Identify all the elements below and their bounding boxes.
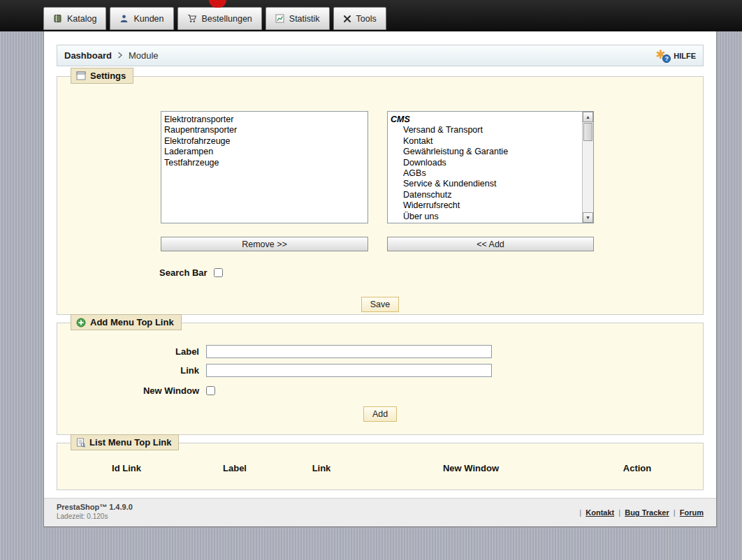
settings-panel: Settings Elektrotransporter Raupentransp… xyxy=(57,76,704,315)
list-item[interactable]: Service & Kundendienst xyxy=(388,179,582,189)
new-window-label: New Window xyxy=(57,385,206,396)
list-item[interactable]: Testfahrzeuge xyxy=(161,158,368,168)
list-item[interactable]: Downloads xyxy=(388,158,582,168)
breadcrumb-current: Module xyxy=(129,50,159,61)
list-item[interactable]: Widerrufsrecht xyxy=(388,200,582,211)
scrollbar: ▲ ▼ xyxy=(582,112,593,223)
tab-label: Statistik xyxy=(289,14,320,24)
list-item[interactable]: Gewährleistung & Garantie xyxy=(388,147,582,157)
list-item[interactable]: Datenschutz xyxy=(388,190,582,200)
list-item[interactable]: Raupentransporter xyxy=(161,125,368,135)
chart-icon xyxy=(275,14,284,23)
list-menu-legend: List Menu Top Link xyxy=(71,434,179,450)
tab-label: Katalog xyxy=(67,14,96,24)
list-item[interactable]: Versand & Transport xyxy=(388,125,582,135)
page-footer: PrestaShop™ 1.4.9.0 Ladezeit: 0.120s | K… xyxy=(44,498,716,526)
label-input[interactable] xyxy=(206,345,492,358)
add-menu-top-link-panel: Add Menu Top Link Label Link New Window … xyxy=(57,323,704,435)
tools-icon xyxy=(343,15,351,23)
scroll-down-button[interactable]: ▼ xyxy=(583,212,593,223)
column-header-new-window: New Window xyxy=(369,463,573,473)
cart-icon xyxy=(187,14,197,23)
settings-legend: Settings xyxy=(71,68,133,84)
list-item[interactable]: AGBs xyxy=(388,168,582,179)
scroll-track[interactable] xyxy=(583,142,593,212)
list-item[interactable]: Laderampen xyxy=(161,147,368,157)
footer-link-bug-tracker[interactable]: Bug Tracker xyxy=(625,508,669,517)
save-button[interactable]: Save xyxy=(361,297,400,312)
available-items-list: CMS Versand & Transport Kontakt Gewährle… xyxy=(387,111,594,223)
tab-statistik[interactable]: Statistik xyxy=(265,7,330,30)
footer-separator: | xyxy=(579,508,581,517)
top-menu-bar: Katalog Kunden Bestellungen Statistik To xyxy=(0,0,742,31)
list-item[interactable]: Elektrotransporter xyxy=(161,115,368,125)
main-content-page: Dashboard Module ✱? HILFE Settings xyxy=(43,31,717,527)
main-nav-tabs: Katalog Kunden Bestellungen Statistik To xyxy=(43,7,386,30)
remove-button[interactable]: Remove >> xyxy=(161,237,368,251)
column-header-label: Label xyxy=(196,463,274,473)
column-header-id-link: Id Link xyxy=(57,463,196,473)
tab-label: Tools xyxy=(356,14,377,24)
scroll-thumb[interactable] xyxy=(583,123,592,141)
footer-link-forum[interactable]: Forum xyxy=(680,508,704,517)
app-version: PrestaShop™ 1.4.9.0 xyxy=(57,503,133,511)
column-header-link: Link xyxy=(274,463,369,473)
load-time: Ladezeit: 0.120s xyxy=(57,513,133,520)
list-group-header: CMS xyxy=(388,115,582,125)
tab-kunden[interactable]: Kunden xyxy=(110,7,173,30)
scroll-up-button[interactable]: ▲ xyxy=(583,112,593,122)
tab-bestellungen[interactable]: Bestellungen xyxy=(177,7,262,30)
add-selected-button[interactable]: << Add xyxy=(387,237,594,251)
footer-separator: | xyxy=(618,508,620,517)
list-icon xyxy=(76,438,85,448)
settings-icon xyxy=(76,71,86,80)
add-button[interactable]: Add xyxy=(363,406,397,422)
tab-label: Bestellungen xyxy=(202,14,252,24)
column-header-action: Action xyxy=(573,463,701,473)
new-window-checkbox[interactable] xyxy=(206,386,215,395)
search-bar-checkbox[interactable] xyxy=(214,268,223,277)
tab-katalog[interactable]: Katalog xyxy=(43,7,106,30)
breadcrumb: Dashboard Module ✱? HILFE xyxy=(57,45,704,66)
tab-tools[interactable]: Tools xyxy=(333,7,386,30)
footer-separator: | xyxy=(674,508,676,517)
search-bar-label: Search Bar xyxy=(159,267,208,278)
add-menu-legend: Add Menu Top Link xyxy=(71,314,182,330)
list-menu-top-link-panel: List Menu Top Link Id Link Label Link Ne… xyxy=(57,443,704,490)
help-button[interactable]: ✱? HILFE xyxy=(655,49,696,63)
breadcrumb-dashboard-link[interactable]: Dashboard xyxy=(64,50,112,61)
person-icon xyxy=(119,14,129,23)
help-label: HILFE xyxy=(674,52,696,60)
book-icon xyxy=(53,14,62,23)
link-input[interactable] xyxy=(206,364,492,377)
label-field-label: Label xyxy=(57,346,206,357)
chevron-right-icon xyxy=(117,51,123,61)
links-table-header: Id Link Label Link New Window Action xyxy=(57,463,703,473)
list-item[interactable]: Über uns xyxy=(388,212,582,222)
footer-link-kontakt[interactable]: Kontakt xyxy=(585,508,614,517)
list-item[interactable]: Elektrofahrzeuge xyxy=(161,136,368,147)
tab-label: Kunden xyxy=(133,14,163,24)
add-icon xyxy=(76,318,86,327)
link-field-label: Link xyxy=(57,365,206,376)
menu-items-list: Elektrotransporter Raupentransporter Ele… xyxy=(161,111,368,223)
help-gear-icon: ✱? xyxy=(655,49,671,63)
list-item[interactable]: Kontakt xyxy=(388,136,582,147)
